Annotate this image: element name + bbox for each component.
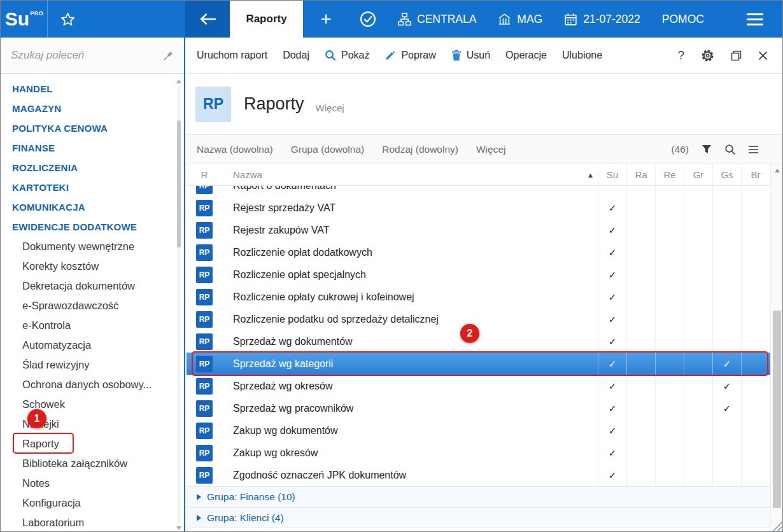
table-row[interactable]: RP Sprzedaż wg okresów ✓ ✓ [187,375,783,397]
sidebar-item-notes[interactable]: Notes [1,473,184,493]
sidebar-item-handel[interactable]: HANDEL [1,79,184,99]
table-row[interactable]: RP Rozliczenie opłat dodatkowych ✓ [187,241,783,263]
filter-group[interactable]: Grupa (dowolna) [291,144,364,155]
table-row[interactable]: RP Sprzedaż wg pracowników ✓ ✓ [187,397,783,419]
header-col-gr[interactable]: Gr [684,164,712,185]
header-col-br[interactable]: Br [741,164,770,185]
delete-button[interactable]: Usuń [444,38,498,73]
status-check-button[interactable] [349,11,387,27]
cell-re [655,197,684,219]
sidebar-item-biblioteka-zalacznikow[interactable]: Biblioteka załączników [1,454,184,473]
filter-name[interactable]: Nazwa (dowolna) [197,144,273,155]
report-name: Rozliczenie opłat dodatkowych [222,241,598,263]
sidebar-item-automatyzacja[interactable]: Automatyzacja [1,335,184,355]
table-header: R Nazwa ▲ Su Ra Re Gr Gs Br [187,164,783,186]
sidebar-item-polityka-cenowa[interactable]: POLITYKA CENOWA [1,118,184,138]
close-button[interactable] [750,51,776,60]
favorites-label: Ulubione [562,50,602,61]
table-row[interactable]: RP Sprzedaż wg dokumentów ✓ [187,330,783,353]
search-input[interactable] [11,49,163,62]
favorites-star-button[interactable] [48,1,87,38]
operations-menu[interactable]: Operacje [498,38,554,73]
main-menu-button[interactable] [738,13,772,25]
table-row[interactable]: RP Zgodność oznaczeń JPK dokumentów ✓ [187,464,783,486]
sort-asc-icon[interactable]: ▲ [588,172,598,178]
funnel-icon[interactable] [702,144,712,154]
edit-button[interactable]: Popraw [377,38,443,73]
table-row[interactable]: RP Rejestr zakupów VAT ✓ [187,219,783,241]
show-button[interactable]: Pokaż [317,38,377,73]
table-row-selected[interactable]: RP Sprzedaż wg kategorii ✓ ✓ [187,353,783,375]
filter-kind[interactable]: Rodzaj (dowolny) [382,144,458,155]
header-col-re[interactable]: Re [655,164,684,185]
table-row[interactable]: RP Raport o dokumentach [187,186,783,197]
question-mark-icon: ? [677,48,684,62]
help-button[interactable]: ? [669,48,693,62]
table-row[interactable]: RP Rejestr sprzedaży VAT ✓ [187,197,783,219]
table-row[interactable]: RP Rozliczenie opłat specjalnych ✓ [187,263,783,286]
header-name-label: Nazwa [233,169,262,180]
filter-bar: Nazwa (dowolna) Grupa (dowolna) Rodzaj (… [187,134,783,164]
sidebar-item-kartoteki[interactable]: KARTOTEKI [1,178,184,197]
favorites-menu[interactable]: Ulubione [554,38,610,73]
filter-more[interactable]: Więcej [476,144,506,155]
sidebar-item-rozliczenia[interactable]: ROZLICZENIA [1,158,184,178]
group-row-finanse[interactable]: Grupa: Finanse (10) [187,486,783,507]
sidebar-item-raporty[interactable]: Raporty [1,434,184,454]
settings-button[interactable] [693,49,723,62]
sidebar-item-finanse[interactable]: FINANSE [1,138,184,158]
sidebar-item-schowek[interactable]: Schowek [1,395,184,414]
scrollbar-thumb[interactable] [177,120,181,248]
table-scrollbar[interactable] [770,164,783,532]
group-row-klienci[interactable]: Grupa: Klienci (4) [187,507,783,528]
search-filter-icon[interactable] [724,144,736,155]
cell-su [598,186,626,197]
app-logo[interactable]: SuPRO [1,1,48,38]
scroll-up-arrow-icon[interactable] [775,169,780,172]
burger-line [747,18,763,20]
sidebar-item-ochrona-danych[interactable]: Ochrona danych osobowy... [1,375,184,395]
pin-icon[interactable] [163,50,174,61]
sidebar-item-korekty-kosztow[interactable]: Korekty kosztów [1,256,184,276]
scrollbar-thumb[interactable] [773,311,781,508]
scroll-up-arrow-icon[interactable] [176,80,181,83]
table-row[interactable]: RP Zakup wg dokumentów ✓ [187,419,783,442]
header-col-gs[interactable]: Gs [712,164,741,185]
add-button[interactable]: Dodaj [275,38,317,73]
cell-re [655,241,684,263]
sidebar-item-e-kontrola[interactable]: e-Kontrola [1,316,184,335]
module-badge-label: RP [203,95,223,113]
header-col-ra[interactable]: Ra [626,164,655,185]
sidebar-item-slad-rewizyjny[interactable]: Ślad rewizyjny [1,355,184,375]
sidebar-scrollbar[interactable] [176,80,181,530]
date-selector[interactable]: 21-07-2022 [553,13,651,26]
new-tab-button[interactable]: + [303,1,349,38]
table-row[interactable]: RP Rozliczenie podatku od sprzedaży deta… [187,308,783,330]
help-menu[interactable]: POMOC [651,13,715,26]
view-options-icon[interactable] [749,146,758,153]
tab-raporty[interactable]: Raporty [230,1,303,38]
module-badge: RP [195,87,231,122]
sidebar-item-magazyn[interactable]: MAGAZYN [1,99,184,118]
header-col-su[interactable]: Su [598,164,626,185]
scroll-down-arrow-icon[interactable] [176,526,181,530]
branch-selector[interactable]: MAG [487,13,553,26]
sidebar-item-konfiguracja[interactable]: Konfiguracja [1,493,184,513]
run-report-button[interactable]: Uruchom raport [189,38,275,73]
sidebar-item-dokumenty-wewnetrzne[interactable]: Dokumenty wewnętrzne [1,237,184,256]
sidebar-item-komunikacja[interactable]: KOMUNIKACJA [1,197,184,217]
restore-window-button[interactable] [723,50,750,61]
title-more-link[interactable]: Więcej [316,102,344,113]
header-col-r[interactable]: R [187,164,222,185]
sidebar-item-dekretacja-dokumentow[interactable]: Dekretacja dokumentów [1,276,184,296]
sidebar-item-e-sprawozdawczosc[interactable]: e-Sprawozdawczość [1,296,184,316]
cell-br [741,186,770,197]
table-row[interactable]: RP Rozliczenie opłaty cukrowej i kofeino… [187,286,783,308]
cell-ra [626,442,655,464]
sidebar-item-ewidencje-dodatkowe[interactable]: EWIDENCJE DODATKOWE [1,217,184,237]
table-row[interactable]: RP Zakup wg okresów ✓ [187,442,783,464]
back-button[interactable] [185,1,230,38]
header-col-name[interactable]: Nazwa ▲ [222,164,598,185]
sidebar-item-laboratorium[interactable]: Laboratorium [1,513,184,532]
company-selector[interactable]: CENTRALA [387,13,487,26]
